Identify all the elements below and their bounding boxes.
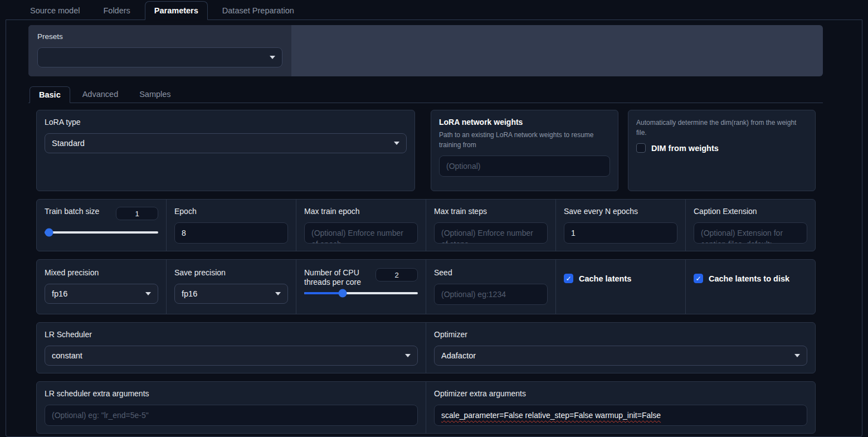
optimizer-value: Adafactor [441, 351, 476, 360]
save-precision-label: Save precision [174, 268, 288, 278]
epoch-input[interactable] [174, 222, 288, 244]
cpu-threads-value[interactable]: 2 [376, 268, 418, 281]
max-train-steps-label: Max train steps [434, 207, 548, 216]
dim-from-weights-info: Automatically determine the dim(rank) fr… [636, 118, 807, 138]
row-network-weights: LoRA network weights Path to an existing… [431, 110, 816, 191]
cache-latents-field: ✓ Cache latents [555, 260, 685, 314]
seed-label: Seed [434, 268, 548, 278]
network-weights-field: LoRA network weights Path to an existing… [431, 110, 618, 191]
seed-input[interactable] [434, 284, 548, 305]
tab-folders[interactable]: Folders [94, 2, 139, 20]
train-batch-size-value[interactable]: 1 [116, 207, 158, 220]
optimizer-args-input[interactable]: scale_parameter=False relative_step=Fals… [434, 405, 807, 426]
checkmark-icon: ✓ [565, 275, 571, 282]
lora-type-label: LoRA type [45, 118, 407, 127]
presets-dropdown[interactable] [37, 47, 282, 67]
caption-extension-label: Caption Extension [694, 207, 807, 216]
lr-scheduler-args-input[interactable] [45, 405, 418, 426]
mixed-precision-label: Mixed precision [45, 268, 158, 278]
lora-type-value: Standard [52, 139, 85, 148]
optimizer-args-field: Optimizer extra arguments scale_paramete… [426, 382, 815, 433]
subtab-basic[interactable]: Basic [30, 86, 70, 103]
dim-from-weights-field: Automatically determine the dim(rank) fr… [628, 110, 816, 191]
max-train-epoch-input[interactable] [304, 222, 418, 244]
save-precision-value: fp16 [182, 289, 197, 298]
optimizer-label: Optimizer [434, 330, 807, 339]
cache-latents-label: Cache latents [579, 274, 631, 283]
save-precision-field: Save precision fp16 [166, 260, 296, 314]
optimizer-args-label: Optimizer extra arguments [434, 389, 807, 399]
basic-tab-content: LoRA type Standard LoRA network weights … [28, 103, 823, 434]
dim-from-weights-checkbox-row[interactable]: ✓ DIM from weights [636, 143, 807, 153]
optimizer-field: Optimizer Adafactor [426, 323, 815, 373]
epoch-field: Epoch [166, 200, 296, 251]
row-training-counts: Train batch size 1 Epoch Max train epoch [36, 199, 816, 251]
save-every-n-epochs-field: Save every N epochs [555, 200, 685, 251]
lora-type-field: LoRA type Standard [36, 110, 415, 191]
tab-source-model[interactable]: Source model [21, 2, 89, 20]
lr-scheduler-args-label: LR scheduler extra arguments [45, 389, 418, 399]
seed-field: Seed [426, 260, 555, 314]
save-precision-dropdown[interactable]: fp16 [174, 284, 288, 304]
network-weights-info: Path to an existing LoRA network weights… [439, 130, 610, 150]
lora-type-dropdown[interactable]: Standard [45, 133, 407, 153]
row-extra-arguments: LR scheduler extra arguments Optimizer e… [36, 381, 816, 434]
presets-box: Presets [28, 25, 291, 76]
network-weights-input[interactable] [439, 156, 610, 177]
slider-thumb[interactable] [45, 229, 53, 237]
mixed-precision-dropdown[interactable]: fp16 [45, 284, 158, 304]
slider-fill [45, 231, 49, 234]
sub-tab-bar: Basic Advanced Samples [28, 86, 823, 103]
caption-extension-input[interactable] [694, 222, 807, 244]
mixed-precision-field: Mixed precision fp16 [37, 260, 166, 314]
caret-down-icon [145, 292, 151, 295]
cpu-threads-slider[interactable] [304, 292, 418, 294]
row-lora-type: LoRA type Standard LoRA network weights … [36, 110, 816, 191]
slider-fill [304, 292, 343, 294]
cache-latents-checkbox[interactable]: ✓ [564, 274, 573, 283]
network-weights-label: LoRA network weights [439, 118, 610, 127]
row-precision-cache: Mixed precision fp16 Save precision fp16 [36, 259, 816, 314]
lr-scheduler-dropdown[interactable]: constant [45, 346, 418, 366]
caret-down-icon [275, 292, 281, 295]
tab-parameters[interactable]: Parameters [145, 1, 208, 20]
dim-from-weights-label: DIM from weights [651, 144, 719, 153]
dim-from-weights-checkbox[interactable]: ✓ [636, 143, 646, 153]
presets-group: Presets [28, 25, 823, 76]
max-train-steps-field: Max train steps [426, 200, 555, 251]
presets-empty-area [291, 25, 823, 76]
subtab-advanced[interactable]: Advanced [74, 86, 128, 103]
train-batch-size-label: Train batch size [45, 207, 99, 216]
slider-thumb[interactable] [339, 289, 347, 298]
caret-down-icon [394, 142, 399, 145]
checkmark-icon: ✓ [695, 275, 701, 282]
optimizer-args-value: scale_parameter=False relative_step=Fals… [441, 410, 661, 421]
subtab-samples[interactable]: Samples [130, 86, 179, 103]
presets-label: Presets [37, 32, 282, 41]
optimizer-dropdown[interactable]: Adafactor [434, 346, 807, 366]
max-train-steps-input[interactable] [434, 222, 548, 244]
max-train-epoch-label: Max train epoch [304, 207, 418, 216]
lr-scheduler-label: LR Scheduler [45, 330, 418, 339]
caret-down-icon [270, 56, 275, 59]
save-every-n-epochs-label: Save every N epochs [564, 207, 677, 216]
cpu-threads-label: Number of CPU threads per core [304, 268, 371, 287]
train-batch-size-field: Train batch size 1 [37, 200, 166, 251]
cache-latents-to-disk-label: Cache latents to disk [709, 274, 789, 283]
mixed-precision-value: fp16 [52, 289, 67, 298]
cache-latents-to-disk-checkbox[interactable]: ✓ [694, 274, 703, 283]
caret-down-icon [405, 354, 411, 357]
lr-scheduler-value: constant [52, 351, 82, 360]
cache-latents-checkbox-row[interactable]: ✓ Cache latents [564, 274, 677, 283]
cache-latents-to-disk-checkbox-row[interactable]: ✓ Cache latents to disk [694, 274, 807, 283]
parameters-subtabs-section: Basic Advanced Samples LoRA type Standar… [28, 86, 823, 434]
max-train-epoch-field: Max train epoch [296, 200, 426, 251]
tab-dataset-preparation[interactable]: Dataset Preparation [213, 2, 303, 20]
cpu-threads-field: Number of CPU threads per core 2 [296, 260, 426, 314]
caption-extension-field: Caption Extension [685, 200, 815, 251]
main-tab-bar: Source model Folders Parameters Dataset … [0, 0, 868, 20]
parameters-tab-panel: Presets Basic Advanced Samples LoRA type… [6, 20, 862, 437]
save-every-n-epochs-input[interactable] [564, 222, 677, 244]
train-batch-size-slider[interactable] [45, 231, 158, 234]
epoch-label: Epoch [174, 207, 288, 216]
